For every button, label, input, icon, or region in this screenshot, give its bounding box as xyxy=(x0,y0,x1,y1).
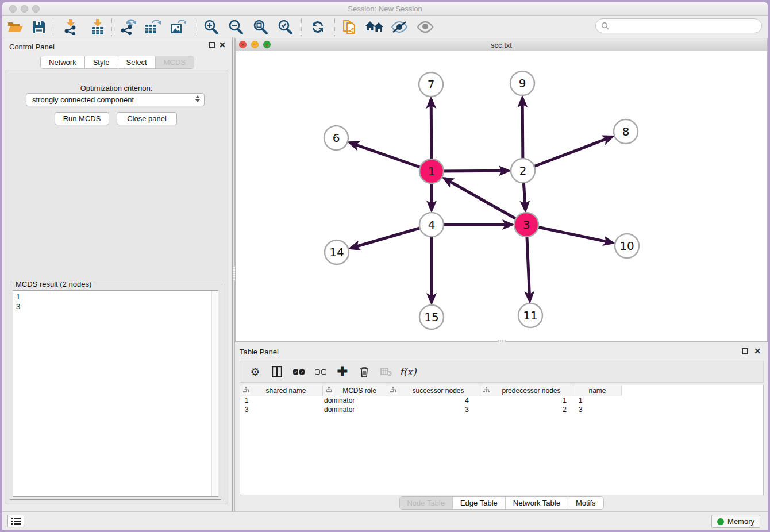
graph-edge-3-1[interactable] xyxy=(445,179,526,225)
graph: 7968124314101511 xyxy=(236,51,767,341)
table-panel-title: Table Panel xyxy=(240,348,279,356)
sort-hierarchy-icon xyxy=(326,387,332,395)
memory-button[interactable]: Memory xyxy=(711,515,760,528)
run-mcds-button[interactable]: Run MCDS xyxy=(55,112,109,125)
zoom-in-icon[interactable] xyxy=(201,18,221,36)
tab-network-table[interactable]: Network Table xyxy=(506,497,568,509)
column-header-shared-name[interactable]: shared name xyxy=(240,385,323,396)
mcds-result-text: 1 3 xyxy=(16,292,20,311)
table-cell[interactable]: 3 xyxy=(240,406,323,415)
table-cell[interactable]: 2 xyxy=(480,406,573,415)
import-table-icon[interactable] xyxy=(88,18,107,36)
graph-node-7[interactable]: 7 xyxy=(419,72,443,97)
graph-node-4[interactable]: 4 xyxy=(419,213,444,237)
tab-network[interactable]: Network xyxy=(41,56,85,68)
column-header-successor-nodes[interactable]: successor nodes xyxy=(387,385,480,396)
graph-edge-1-6[interactable] xyxy=(351,143,432,171)
result-scrollbar[interactable] xyxy=(211,291,218,496)
column-header-label: name xyxy=(573,387,621,395)
toolbar-separator xyxy=(334,18,335,36)
task-history-button[interactable] xyxy=(7,515,24,527)
export-network-icon[interactable] xyxy=(118,18,138,36)
tab-mcds[interactable]: MCDS xyxy=(156,56,194,68)
show-all-icon[interactable] xyxy=(415,18,435,36)
export-image-icon[interactable] xyxy=(168,18,188,36)
table-cell[interactable]: 4 xyxy=(387,396,480,406)
graph-node-2[interactable]: 2 xyxy=(511,159,535,183)
table-row[interactable]: 1dominator411 xyxy=(240,396,763,406)
node-label: 3 xyxy=(523,218,530,232)
graph-node-1[interactable]: 1 xyxy=(419,159,444,183)
graph-node-10[interactable]: 10 xyxy=(615,234,639,258)
tab-select[interactable]: Select xyxy=(118,56,156,68)
table-cell[interactable]: dominator xyxy=(323,396,387,406)
save-session-icon[interactable] xyxy=(29,18,49,36)
graph-node-14[interactable]: 14 xyxy=(325,240,349,264)
home-overview-icon[interactable] xyxy=(365,18,384,36)
add-column-icon[interactable]: ✚ xyxy=(336,365,349,379)
deselect-all-icon[interactable] xyxy=(314,365,328,379)
table-cell[interactable]: 3 xyxy=(387,406,480,415)
column-header-label: shared name xyxy=(249,387,322,395)
zoom-out-icon[interactable] xyxy=(226,18,245,36)
open-file-icon[interactable] xyxy=(5,18,25,36)
import-network-icon[interactable] xyxy=(61,18,80,36)
node-label: 14 xyxy=(329,245,344,259)
optimization-criterion-value: strongly connected component xyxy=(32,95,134,104)
network-file-icon[interactable] xyxy=(340,18,360,36)
graph-edge-2-8[interactable] xyxy=(523,137,612,171)
table-row[interactable]: 3dominator323 xyxy=(240,406,763,415)
float-table-panel-icon[interactable] xyxy=(742,348,748,354)
sort-hierarchy-icon xyxy=(243,387,249,395)
dropdown-stepper-icon xyxy=(194,95,201,102)
delete-column-icon[interactable] xyxy=(357,365,371,379)
optimization-criterion-select[interactable]: strongly connected component xyxy=(26,93,205,106)
table-cell[interactable]: 3 xyxy=(573,406,622,415)
column-header-MCDS-role[interactable]: MCDS role xyxy=(323,385,387,396)
refresh-icon[interactable] xyxy=(308,18,328,36)
select-all-icon[interactable]: ✓✓ xyxy=(292,365,306,379)
graph-node-9[interactable]: 9 xyxy=(510,71,534,95)
tab-style[interactable]: Style xyxy=(85,56,118,68)
column-header-name[interactable]: name xyxy=(573,385,622,396)
node-label: 6 xyxy=(333,131,340,145)
graph-edge-3-10[interactable] xyxy=(526,225,613,243)
graph-node-15[interactable]: 15 xyxy=(419,305,444,329)
tab-motifs[interactable]: Motifs xyxy=(568,497,603,509)
network-canvas[interactable]: 7968124314101511 xyxy=(236,51,767,341)
column-header-label: MCDS role xyxy=(332,387,387,395)
graph-node-6[interactable]: 6 xyxy=(324,126,348,150)
network-view-title: scc.txt xyxy=(236,41,767,49)
zoom-fit-icon[interactable] xyxy=(251,18,270,36)
mcds-result-textarea[interactable]: 1 3 xyxy=(13,290,218,497)
graph-node-3[interactable]: 3 xyxy=(514,213,538,237)
table-cell[interactable]: dominator xyxy=(323,406,387,415)
tab-edge-table[interactable]: Edge Table xyxy=(453,497,506,509)
column-layout-icon[interactable] xyxy=(270,365,284,379)
table-cell[interactable]: 1 xyxy=(240,396,323,406)
table-panel: Table Panel ✕ ⚙ ✓✓ ✚ f(x) shared nameMCD… xyxy=(235,342,768,511)
close-panel-icon[interactable]: ✕ xyxy=(219,41,226,49)
toolbar-separator xyxy=(195,18,195,36)
table-header-row: shared nameMCDS rolesuccessor nodesprede… xyxy=(240,385,763,396)
close-panel-button[interactable]: Close panel xyxy=(117,112,177,125)
zoom-selected-icon[interactable] xyxy=(275,18,295,36)
window-title: Session: New Session xyxy=(2,5,768,13)
graph-node-8[interactable]: 8 xyxy=(614,119,638,144)
node-label: 2 xyxy=(519,164,527,178)
graph-node-11[interactable]: 11 xyxy=(518,303,542,327)
column-header-predecessor-nodes[interactable]: predecessor nodes xyxy=(480,385,573,396)
search-input[interactable] xyxy=(595,18,762,33)
table-cell[interactable]: 1 xyxy=(480,396,573,406)
close-table-panel-icon[interactable]: ✕ xyxy=(754,347,761,355)
export-table-icon[interactable] xyxy=(143,18,163,36)
float-panel-icon[interactable] xyxy=(209,42,215,48)
control-panel: Control Panel ✕ NetworkStyleSelectMCDS O… xyxy=(2,37,232,511)
table-cell[interactable]: 1 xyxy=(573,396,622,406)
hide-selected-icon[interactable] xyxy=(390,18,409,36)
settings-gear-icon[interactable]: ⚙ xyxy=(248,365,262,379)
memory-status-icon xyxy=(717,518,724,525)
main-title-bar: Session: New Session xyxy=(2,2,768,16)
delete-table-icon xyxy=(379,365,393,379)
tab-node-table[interactable]: Node Table xyxy=(399,497,453,509)
